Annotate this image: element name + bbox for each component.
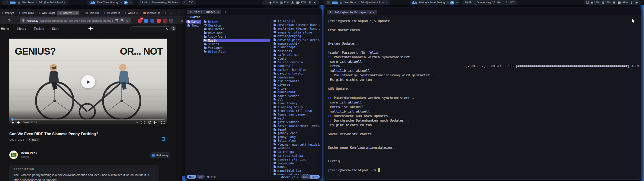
preview-list-item[interactable]: amsterdam_klezmer_band_…: [272, 23, 321, 27]
preview-list-item[interactable]: jewel: [272, 128, 321, 131]
parent-dir-item[interactable]: Thu…: [186, 24, 201, 27]
preview-list-item[interactable]: mansfield_tya: [272, 169, 321, 173]
cpu-stat[interactable]: ◉14%: [591, 0, 600, 5]
extension-maroon-icon[interactable]: [163, 19, 167, 23]
preview-list-item[interactable]: hotze_knasterbart_(vers…: [272, 124, 321, 128]
captions-button[interactable]: [141, 121, 145, 124]
video-player[interactable]: GENIUS? OR... NOT ▶ ▶ 00:00 / 17:21 ∞ <>: [9, 39, 167, 125]
window-close-button[interactable]: ×: [179, 11, 181, 14]
preview-list-item[interactable]: 17_hippies: [272, 19, 321, 23]
weather-module[interactable]: ☾ 5°C: [503, 0, 517, 5]
nebula-logo-icon[interactable]: [88, 26, 93, 32]
file-list-item[interactable]: lost+found: [203, 35, 270, 39]
media-play-icon[interactable]: ▶: [124, 1, 128, 5]
channel-row[interactable]: Berm Peak Berm Peak Sports: [9, 151, 37, 159]
tab-close-icon[interactable]: ×: [217, 11, 219, 14]
preview-list-item[interactable]: drive: [272, 87, 321, 90]
file-list-item[interactable]: Musik: [203, 39, 270, 42]
workspace-inactive[interactable]: [340, 2, 342, 4]
preview-list-item[interactable]: funny_van_dannen: [272, 113, 321, 116]
new-tab-button[interactable]: +: [163, 11, 168, 15]
pip-button[interactable]: <>: [154, 121, 158, 124]
terminal-tab[interactable]: 1: felix@arch-thinkpad:~ ×: [327, 10, 377, 14]
preview-list-item[interactable]: lindsey_stirling: [272, 157, 321, 161]
preview-list-item[interactable]: dendemann: [272, 75, 321, 79]
volume-icon[interactable]: [635, 1, 638, 4]
preview-list-item[interactable]: bosshoss: [272, 49, 321, 53]
progress-bar[interactable]: [12, 119, 165, 120]
battery-stat[interactable]: 97%: [618, 0, 628, 5]
file-list-item[interactable]: Videos: [203, 42, 270, 46]
preview-list-item[interactable]: culcha_cundela: [272, 60, 321, 64]
browser-tab[interactable]: rmany's: [0, 11, 16, 15]
preview-list-item[interactable]: antwerp_gipsy-ska_orkes…: [272, 38, 321, 42]
file-list-item[interactable]: Desktop: [203, 24, 270, 27]
preview-list-item[interactable]: dancehall: [272, 64, 321, 68]
parent-dir-item[interactable]: Dat…: [186, 20, 201, 24]
extension-indigo-icon[interactable]: [150, 19, 154, 23]
memory-stat[interactable]: ▦23%: [601, 0, 610, 5]
preview-list-item[interactable]: david_orlowski: [272, 71, 321, 75]
browser-tab[interactable]: ▶This 184: [80, 11, 101, 15]
preview-list-item[interactable]: johnny_cash: [272, 132, 321, 135]
workspace-active[interactable]: [10, 2, 16, 4]
preview-list-item[interactable]: mono_und_nikitaman: [272, 173, 321, 175]
channel-avatar[interactable]: Berm Peak: [9, 151, 18, 159]
file-list-item[interactable]: Vorlagen: [203, 46, 270, 50]
media-next-icon[interactable]: ▸▸: [130, 0, 131, 5]
preview-list-item[interactable]: darker_than_blue: [272, 68, 321, 71]
channel-name[interactable]: Berm Peak: [21, 151, 37, 155]
hamburger-menu-icon[interactable]: ≡: [181, 18, 183, 23]
site-nav-link-library[interactable]: Library: [17, 27, 26, 30]
preview-list-item[interactable]: klezmer_quartett_heidel…: [272, 143, 321, 146]
volume-icon[interactable]: [314, 1, 317, 4]
preview-list-item[interactable]: antilopengang: [272, 34, 321, 38]
terminal-output[interactable]: [felix@arch-thinkpad ~]$ UpdateLese Nach…: [328, 19, 639, 173]
reload-button[interactable]: ⟳: [8, 18, 11, 23]
battery-stat[interactable]: 97%: [296, 0, 306, 5]
workspace-inactive[interactable]: [18, 2, 20, 4]
extension-red-icon[interactable]: [157, 19, 161, 23]
clock-module[interactable]: 19:49 · Donnerstag, 26. März: [462, 0, 505, 5]
preview-list-item[interactable]: amsterdam_klezmer_band_…: [272, 27, 321, 30]
new-tab-button[interactable]: +: [224, 10, 226, 14]
preview-list-item[interactable]: angus_&_julia_stone: [272, 30, 321, 34]
preview-list-item[interactable]: locomondo: [272, 161, 321, 165]
extension-blue-icon[interactable]: [144, 19, 148, 23]
new-tab-button[interactable]: +: [380, 10, 382, 14]
preview-list-item[interactable]: manau: [272, 165, 321, 169]
volume-button[interactable]: [17, 121, 20, 124]
media-prev-icon[interactable]: ◂◂: [120, 0, 122, 5]
browser-tab[interactable]: ▶What M: [102, 11, 122, 15]
browser-tab[interactable]: Why Bulgar: [36, 11, 57, 15]
adblocker-icon[interactable]: 15: [138, 19, 142, 23]
extension-dark-icon[interactable]: [169, 19, 173, 23]
site-nav-link-home[interactable]: Home: [1, 27, 9, 30]
media-play-icon[interactable]: ▶: [450, 1, 454, 5]
bell-icon[interactable]: [613, 1, 616, 4]
preview-list-item[interactable]: ell: [272, 98, 321, 101]
workspace-active[interactable]: [332, 2, 338, 4]
bookmark-star-icon[interactable]: ☆: [126, 19, 128, 22]
big-play-button[interactable]: ▶: [81, 75, 95, 88]
site-nav-link-explore[interactable]: Explore: [34, 27, 44, 30]
tab-close-icon[interactable]: ×: [76, 11, 78, 14]
browser-tab[interactable]: @mech - fe: [142, 11, 162, 15]
browser-tab[interactable]: Time Dilati: [17, 11, 36, 15]
preview-list-item[interactable]: die_antwoord: [272, 79, 321, 83]
media-prev-icon[interactable]: ◂◂: [447, 0, 448, 5]
url-bar[interactable]: nebula.tv /videos/bermpeak-can-we-even-r…: [20, 17, 131, 24]
loop-button[interactable]: ∞: [136, 121, 138, 124]
preview-list-item[interactable]: julia_klee: [272, 139, 321, 143]
screenshot-icon[interactable]: [115, 19, 118, 22]
preview-list-item[interactable]: blumentopf: [272, 46, 321, 49]
preview-list-item[interactable]: dunkelbunt: [272, 90, 321, 94]
wifi-icon[interactable]: [630, 1, 633, 4]
translate-icon[interactable]: A: [120, 19, 123, 22]
tab-close-icon[interactable]: ×: [373, 11, 374, 14]
preview-list-item[interactable]: Geil: [272, 116, 321, 120]
wifi-icon[interactable]: [308, 1, 312, 4]
preview-list-item[interactable]: from_dusk_till_dawn: [272, 109, 321, 113]
browser-tab[interactable]: Why a US: [122, 11, 141, 15]
search-input[interactable]: [130, 26, 171, 31]
